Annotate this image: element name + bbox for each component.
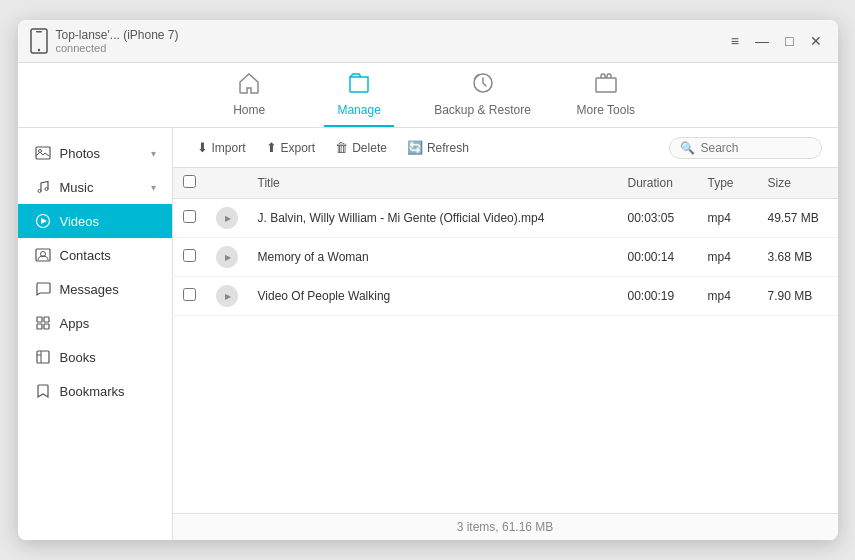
title-bar: Top-lanse'... (iPhone 7) connected ≡ — □… — [18, 20, 838, 63]
delete-button[interactable]: 🗑 Delete — [327, 136, 395, 159]
contacts-label: Contacts — [60, 248, 111, 263]
delete-icon: 🗑 — [335, 140, 348, 155]
row2-type: mp4 — [698, 238, 758, 277]
photos-icon — [34, 144, 52, 162]
row1-play-button[interactable] — [216, 207, 238, 229]
row3-size: 7.90 MB — [758, 277, 838, 316]
device-info: Top-lanse'... (iPhone 7) connected — [30, 28, 179, 54]
tab-home-label: Home — [233, 103, 265, 117]
music-icon — [34, 178, 52, 196]
apps-icon — [34, 314, 52, 332]
photos-label: Photos — [60, 146, 100, 161]
tab-tools[interactable]: More Tools — [571, 71, 641, 127]
videos-label: Videos — [60, 214, 100, 229]
row1-checkbox[interactable] — [183, 210, 196, 223]
device-name: Top-lanse'... (iPhone 7) — [56, 28, 179, 42]
row2-checkbox-cell — [173, 238, 206, 277]
main-layout: Photos ▾ Music ▾ Videos — [18, 128, 838, 540]
sidebar-item-videos[interactable]: Videos — [18, 204, 172, 238]
table-row: J. Balvin, Willy William - Mi Gente (Off… — [173, 199, 838, 238]
header-play-cell — [206, 168, 248, 199]
header-size: Size — [758, 168, 838, 199]
table-header-row: Title Duration Type Size — [173, 168, 838, 199]
sidebar-item-messages[interactable]: Messages — [18, 272, 172, 306]
tab-manage-label: Manage — [337, 103, 380, 117]
sidebar: Photos ▾ Music ▾ Videos — [18, 128, 173, 540]
videos-icon — [34, 212, 52, 230]
photos-chevron: ▾ — [151, 148, 156, 159]
row1-size: 49.57 MB — [758, 199, 838, 238]
table-row: Memory of a Woman 00:00:14 mp4 3.68 MB — [173, 238, 838, 277]
tab-home[interactable]: Home — [214, 71, 284, 127]
messages-icon — [34, 280, 52, 298]
tab-manage[interactable]: Manage — [324, 71, 394, 127]
content-area: ⬇ Import ⬆ Export 🗑 Delete 🔄 Refresh — [173, 128, 838, 540]
minimize-button[interactable]: — — [751, 32, 773, 50]
close-button[interactable]: ✕ — [806, 32, 826, 50]
phone-icon — [30, 28, 48, 54]
search-icon: 🔍 — [680, 141, 695, 155]
svg-rect-13 — [37, 317, 42, 322]
svg-point-7 — [38, 190, 41, 193]
row2-play-cell — [206, 238, 248, 277]
import-button[interactable]: ⬇ Import — [189, 136, 254, 159]
svg-point-8 — [45, 188, 48, 191]
tools-icon — [594, 71, 618, 99]
header-title: Title — [248, 168, 618, 199]
header-duration: Duration — [618, 168, 698, 199]
music-chevron: ▾ — [151, 182, 156, 193]
sidebar-item-contacts[interactable]: Contacts — [18, 238, 172, 272]
row3-title: Video Of People Walking — [248, 277, 618, 316]
apps-label: Apps — [60, 316, 90, 331]
sidebar-item-music[interactable]: Music ▾ — [18, 170, 172, 204]
import-icon: ⬇ — [197, 140, 208, 155]
svg-rect-14 — [44, 317, 49, 322]
status-text: 3 items, 61.16 MB — [457, 520, 554, 534]
header-checkbox-cell — [173, 168, 206, 199]
tab-backup-label: Backup & Restore — [434, 103, 531, 117]
refresh-button[interactable]: 🔄 Refresh — [399, 136, 477, 159]
menu-button[interactable]: ≡ — [727, 32, 743, 50]
backup-icon — [471, 71, 495, 99]
sidebar-item-photos[interactable]: Photos ▾ — [18, 136, 172, 170]
sidebar-item-books[interactable]: Books — [18, 340, 172, 374]
search-input[interactable] — [701, 141, 811, 155]
refresh-icon: 🔄 — [407, 140, 423, 155]
row1-duration: 00:03:05 — [618, 199, 698, 238]
bookmarks-icon — [34, 382, 52, 400]
row3-checkbox-cell — [173, 277, 206, 316]
row2-checkbox[interactable] — [183, 249, 196, 262]
row3-checkbox[interactable] — [183, 288, 196, 301]
row3-type: mp4 — [698, 277, 758, 316]
svg-rect-1 — [36, 31, 42, 33]
row1-type: mp4 — [698, 199, 758, 238]
header-type: Type — [698, 168, 758, 199]
video-table: Title Duration Type Size — [173, 168, 838, 513]
app-window: Top-lanse'... (iPhone 7) connected ≡ — □… — [18, 20, 838, 540]
sidebar-item-apps[interactable]: Apps — [18, 306, 172, 340]
messages-label: Messages — [60, 282, 119, 297]
tab-backup[interactable]: Backup & Restore — [434, 71, 531, 127]
books-icon — [34, 348, 52, 366]
svg-marker-10 — [41, 218, 47, 224]
select-all-checkbox[interactable] — [183, 175, 196, 188]
maximize-button[interactable]: □ — [781, 32, 797, 50]
search-box: 🔍 — [669, 137, 822, 159]
device-status: connected — [56, 42, 179, 54]
window-controls: ≡ — □ ✕ — [727, 32, 826, 50]
sidebar-item-bookmarks[interactable]: Bookmarks — [18, 374, 172, 408]
svg-rect-16 — [44, 324, 49, 329]
row1-play-cell — [206, 199, 248, 238]
export-button[interactable]: ⬆ Export — [258, 136, 324, 159]
nav-tabs: Home Manage Backup & Restore More Tools — [18, 63, 838, 128]
row3-duration: 00:00:19 — [618, 277, 698, 316]
tab-tools-label: More Tools — [577, 103, 635, 117]
svg-rect-4 — [596, 78, 616, 92]
row2-play-button[interactable] — [216, 246, 238, 268]
row2-duration: 00:00:14 — [618, 238, 698, 277]
table-row: Video Of People Walking 00:00:19 mp4 7.9… — [173, 277, 838, 316]
row1-title: J. Balvin, Willy William - Mi Gente (Off… — [248, 199, 618, 238]
bookmarks-label: Bookmarks — [60, 384, 125, 399]
svg-rect-5 — [36, 147, 50, 159]
row3-play-button[interactable] — [216, 285, 238, 307]
